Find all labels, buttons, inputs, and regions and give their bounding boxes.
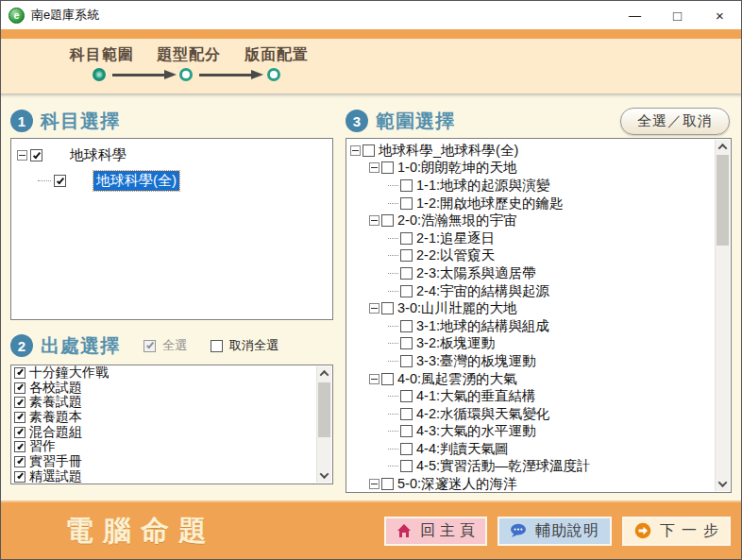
scope-item-checkbox[interactable]: [363, 144, 375, 157]
scope-item-checkbox[interactable]: [400, 408, 413, 420]
scroll-down-icon[interactable]: [317, 468, 331, 483]
home-button[interactable]: 回主頁: [384, 517, 487, 546]
collapse-expander-icon[interactable]: [388, 250, 398, 261]
source-item-checkbox[interactable]: [14, 427, 25, 438]
collapse-expander-icon[interactable]: [17, 150, 27, 161]
scroll-up-icon[interactable]: [317, 366, 331, 381]
scope-item-checkbox[interactable]: [400, 267, 413, 280]
scope-item-checkbox[interactable]: [381, 302, 394, 314]
subject-child-checkbox[interactable]: [54, 175, 66, 187]
subject-tree-root-row[interactable]: 地球科學: [11, 143, 332, 168]
scope-item-checkbox[interactable]: [381, 373, 394, 385]
scope-item-checkbox[interactable]: [400, 285, 413, 297]
collapse-expander-icon[interactable]: [388, 180, 398, 191]
source-item-checkbox[interactable]: [14, 397, 25, 408]
scope-item-checkbox[interactable]: [400, 179, 413, 192]
scope-item-checkbox[interactable]: [400, 443, 413, 455]
scope-item-checkbox[interactable]: [400, 320, 413, 332]
collapse-expander-icon[interactable]: [350, 145, 361, 156]
scrollbar-thumb[interactable]: [318, 382, 330, 437]
source-list-item[interactable]: 精選試題: [11, 469, 316, 484]
scope-tree-item[interactable]: 3-1:地球的結構與組成: [346, 317, 715, 335]
scope-item-checkbox[interactable]: [381, 478, 394, 490]
collapse-expander-icon[interactable]: [388, 391, 398, 401]
scope-tree-item[interactable]: 地球科學_地球科學(全): [346, 142, 715, 160]
collapse-expander-icon[interactable]: [388, 356, 398, 366]
source-item-checkbox[interactable]: [14, 412, 25, 423]
subject-root-checkbox[interactable]: [30, 149, 42, 161]
source-list-item[interactable]: 素養試題: [11, 395, 316, 410]
minimize-button[interactable]: —: [614, 1, 656, 29]
collapse-expander-icon[interactable]: [369, 479, 379, 489]
clear-all-checkbox[interactable]: 取消全選: [208, 337, 278, 354]
scope-tree-item[interactable]: 3-3:臺灣的板塊運動: [346, 352, 715, 370]
scope-tree-item[interactable]: 1-1:地球的起源與演變: [346, 177, 715, 195]
select-all-checkbox[interactable]: 全選: [141, 337, 187, 354]
source-item-checkbox[interactable]: [14, 382, 25, 394]
collapse-expander-icon[interactable]: [388, 461, 398, 471]
scope-tree-item[interactable]: 4-2:水循環與天氣變化: [346, 405, 715, 423]
scope-tree-item[interactable]: 4-1:大氣的垂直結構: [346, 387, 715, 405]
source-item-checkbox[interactable]: [14, 456, 25, 467]
scope-item-checkbox[interactable]: [400, 197, 413, 210]
scope-item-checkbox[interactable]: [400, 232, 413, 245]
scope-item-checkbox[interactable]: [381, 214, 394, 227]
collapse-expander-icon[interactable]: [388, 268, 398, 279]
scope-tree-item[interactable]: 2-0:浩瀚無垠的宇宙: [346, 212, 715, 229]
subject-tree-child-row[interactable]: 地球科學(全): [11, 168, 332, 194]
subject-root-label[interactable]: 地球科學: [70, 146, 126, 164]
maximize-button[interactable]: □: [656, 1, 699, 29]
close-button[interactable]: ×: [699, 1, 741, 29]
collapse-expander-icon[interactable]: [369, 303, 379, 314]
scope-tree-item[interactable]: 4-4:判讀天氣圖: [346, 440, 715, 458]
collapse-expander-icon[interactable]: [388, 321, 398, 331]
scope-tree-item[interactable]: 3-2:板塊運動: [346, 335, 715, 353]
scope-item-checkbox[interactable]: [381, 161, 394, 174]
scope-item-checkbox[interactable]: [400, 390, 413, 402]
toggle-all-button[interactable]: 全選／取消: [620, 108, 730, 135]
scope-tree-item[interactable]: 2-3:太陽系與適居帶: [346, 264, 715, 282]
scope-tree-item[interactable]: 2-4:宇宙的結構與起源: [346, 282, 715, 300]
scope-tree-item[interactable]: 4-3:大氣的水平運動: [346, 423, 715, 441]
source-item-checkbox[interactable]: [14, 471, 25, 483]
source-list-item[interactable]: 十分鐘大作戰: [11, 365, 316, 381]
scope-tree-item[interactable]: 1-0:朗朗乾坤的天地: [346, 160, 715, 178]
collapse-expander-icon[interactable]: [388, 409, 398, 419]
scroll-up-icon[interactable]: [716, 140, 730, 154]
scope-tree-item[interactable]: 5-0:深邃迷人的海洋: [346, 475, 715, 492]
scope-tree-item[interactable]: 2-2:以管窺天: [346, 247, 715, 265]
scope-item-checkbox[interactable]: [400, 355, 413, 367]
scope-tree-item[interactable]: 3-0:山川壯麗的大地: [346, 299, 715, 317]
collapse-expander-icon[interactable]: [388, 338, 398, 348]
collapse-expander-icon[interactable]: [369, 162, 379, 173]
source-item-checkbox[interactable]: [14, 441, 25, 452]
source-list-item[interactable]: 實習手冊: [11, 454, 316, 469]
source-list-item[interactable]: 各校試題: [11, 381, 316, 396]
next-step-button[interactable]: 下一步: [622, 517, 731, 546]
source-list-item[interactable]: 混合題組: [11, 425, 316, 440]
collapse-expander-icon[interactable]: [388, 444, 398, 454]
select-all-checkbox-box[interactable]: [143, 340, 156, 352]
scrollbar-thumb[interactable]: [717, 155, 729, 246]
scroll-down-icon[interactable]: [716, 477, 730, 491]
source-item-checkbox[interactable]: [14, 367, 25, 379]
collapse-expander-icon[interactable]: [369, 374, 379, 384]
scope-item-checkbox[interactable]: [400, 337, 413, 349]
scope-tree-item[interactable]: 4-5:實習活動—乾溼球溫度計: [346, 458, 715, 476]
scope-tree-item[interactable]: 1-2:開啟地球歷史的鑰匙: [346, 195, 715, 212]
scope-tree-scrollbar[interactable]: [715, 140, 730, 491]
scope-item-checkbox[interactable]: [400, 425, 413, 437]
collapse-expander-icon[interactable]: [388, 286, 398, 297]
source-list-item[interactable]: 素養題本: [11, 410, 316, 425]
collapse-expander-icon[interactable]: [388, 233, 398, 244]
clear-all-checkbox-box[interactable]: [211, 340, 223, 352]
collapse-expander-icon[interactable]: [369, 215, 379, 226]
scope-item-checkbox[interactable]: [400, 249, 413, 262]
source-list-scrollbar[interactable]: [316, 366, 331, 483]
collapse-expander-icon[interactable]: [388, 198, 398, 209]
scope-item-checkbox[interactable]: [400, 460, 413, 472]
scope-tree-item[interactable]: 4-0:風起雲湧的大氣: [346, 370, 715, 388]
subject-child-label-selected[interactable]: 地球科學(全): [93, 171, 179, 191]
source-list-item[interactable]: 習作: [11, 439, 316, 454]
help-button[interactable]: 輔助說明: [497, 517, 612, 546]
